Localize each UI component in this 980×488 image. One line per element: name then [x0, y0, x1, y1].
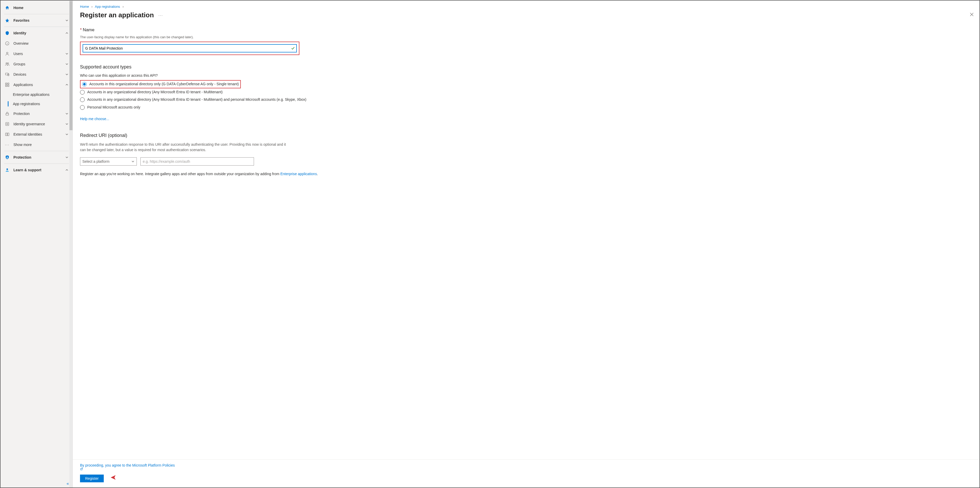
- svg-point-12: [7, 123, 8, 125]
- svg-rect-10: [6, 113, 9, 115]
- ellipsis-icon: ···: [5, 142, 10, 147]
- redirect-uri-input[interactable]: [140, 157, 254, 166]
- svg-rect-14: [8, 133, 9, 136]
- svg-rect-13: [5, 133, 7, 136]
- svg-rect-11: [6, 123, 9, 126]
- radio-single-tenant[interactable]: Accounts in this organizational director…: [80, 80, 241, 88]
- nav-users[interactable]: Users: [0, 49, 73, 59]
- page-header: Register an application ···: [73, 10, 980, 24]
- nav-devices[interactable]: Devices: [0, 69, 73, 80]
- star-icon: [5, 18, 10, 23]
- name-label-text: Name: [83, 27, 94, 32]
- supported-account-types-sub: Who can use this application or access t…: [80, 73, 972, 78]
- page-title: Register an application: [80, 11, 154, 19]
- help-me-choose-link[interactable]: Help me choose...: [80, 117, 109, 121]
- more-actions-button[interactable]: ···: [159, 13, 163, 17]
- nav-users-label: Users: [13, 52, 23, 56]
- redirect-uri-heading: Redirect URI (optional): [80, 133, 972, 138]
- name-input-highlight: [80, 41, 299, 55]
- nav-overview[interactable]: Overview: [0, 38, 73, 49]
- agree-line: By proceeding, you agree to the Microsof…: [80, 463, 972, 470]
- platform-select-placeholder: Select a platform: [82, 159, 110, 164]
- sidebar: Home Favorites Identity: [0, 0, 73, 488]
- breadcrumb-separator: ›: [123, 5, 124, 8]
- nav-favorites-label: Favorites: [13, 18, 29, 22]
- svg-rect-6: [5, 83, 7, 84]
- nav-protection-section-label: Protection: [13, 155, 31, 159]
- chevron-down-icon: [65, 62, 68, 65]
- home-icon: [5, 5, 10, 10]
- radio-personal-only-label: Personal Microsoft accounts only: [87, 105, 140, 110]
- divider: [4, 27, 69, 27]
- external-link-icon: [80, 467, 972, 470]
- enterprise-applications-link[interactable]: Enterprise applications: [280, 172, 317, 176]
- nav-groups[interactable]: Groups: [0, 59, 73, 69]
- nav-groups-label: Groups: [13, 62, 25, 66]
- radio-multitenant-label: Accounts in any organizational directory…: [87, 89, 223, 95]
- nav-app-registrations-label: App registrations: [13, 102, 40, 106]
- footer-bar: By proceeding, you agree to the Microsof…: [73, 459, 980, 488]
- nav-applications[interactable]: Applications: [0, 80, 73, 90]
- nav-learn-support[interactable]: Learn & support: [0, 165, 73, 175]
- radio-multitenant-personal-label: Accounts in any organizational directory…: [87, 97, 306, 102]
- nav-external-identities-label: External Identities: [13, 132, 42, 136]
- nav-identity-governance[interactable]: Identity governance: [0, 119, 73, 129]
- annotation-arrow-icon: ➤: [110, 473, 116, 482]
- nav-favorites[interactable]: Favorites: [0, 15, 73, 26]
- svg-rect-8: [5, 85, 7, 86]
- nav-app-registrations[interactable]: App registrations: [0, 99, 73, 108]
- close-button[interactable]: [970, 13, 974, 16]
- breadcrumb-app-registrations[interactable]: App registrations: [95, 5, 120, 8]
- nav-identity-governance-label: Identity governance: [13, 122, 45, 126]
- radio-icon: [80, 105, 85, 110]
- info-icon: [5, 41, 10, 46]
- account-type-radio-group: Accounts in this organizational director…: [80, 80, 972, 111]
- groups-icon: [5, 62, 10, 67]
- redirect-uri-description: We'll return the authentication response…: [80, 142, 292, 153]
- radio-single-tenant-label: Accounts in this organizational director…: [89, 81, 239, 87]
- info-line-text: Register an app you're working on here. …: [80, 172, 280, 176]
- platform-policies-text: By proceeding, you agree to the Microsof…: [80, 463, 175, 467]
- sidebar-collapse-button[interactable]: «: [67, 481, 69, 486]
- user-icon: [5, 51, 10, 56]
- chevron-down-icon: [65, 19, 68, 22]
- identity-icon: [5, 30, 10, 36]
- apps-icon: [5, 82, 10, 87]
- platform-select[interactable]: Select a platform: [80, 157, 137, 166]
- breadcrumb-separator: ›: [91, 5, 92, 8]
- register-button[interactable]: Register: [80, 475, 104, 482]
- nav-enterprise-applications[interactable]: Enterprise applications: [0, 90, 73, 99]
- svg-point-15: [7, 156, 8, 157]
- radio-multitenant[interactable]: Accounts in any organizational directory…: [80, 88, 312, 96]
- shield-user-icon: [5, 155, 10, 160]
- devices-icon: [5, 72, 10, 77]
- radio-personal-only[interactable]: Personal Microsoft accounts only: [80, 104, 312, 112]
- breadcrumb-home[interactable]: Home: [80, 5, 89, 8]
- supported-account-types-heading: Supported account types: [80, 64, 972, 70]
- divider: [4, 151, 69, 151]
- chevron-down-icon: [65, 112, 68, 115]
- nav-show-more[interactable]: ··· Show more: [0, 139, 73, 150]
- check-icon: [291, 46, 295, 50]
- radio-icon: [80, 97, 85, 102]
- svg-point-1: [6, 52, 8, 54]
- governance-icon: [5, 121, 10, 127]
- chevron-down-icon: [65, 133, 68, 136]
- app-name-input[interactable]: [83, 44, 297, 53]
- nav-external-identities[interactable]: External Identities: [0, 129, 73, 139]
- chevron-down-icon: [65, 52, 68, 55]
- nav-identity[interactable]: Identity: [0, 28, 73, 38]
- chevron-down-icon: [65, 73, 68, 76]
- platform-policies-link[interactable]: By proceeding, you agree to the Microsof…: [80, 463, 972, 470]
- nav-home[interactable]: Home: [0, 3, 73, 13]
- svg-point-2: [6, 63, 7, 64]
- nav-enterprise-applications-label: Enterprise applications: [13, 92, 49, 97]
- nav-protection-section[interactable]: Protection: [0, 152, 73, 163]
- chevron-down-icon: [131, 160, 134, 163]
- name-label: *Name: [80, 27, 972, 33]
- main-content: Home › App registrations › Register an a…: [73, 0, 980, 488]
- nav-protection[interactable]: Protection: [0, 108, 73, 119]
- radio-multitenant-personal[interactable]: Accounts in any organizational directory…: [80, 96, 312, 104]
- nav-show-more-label: Show more: [13, 143, 32, 147]
- radio-icon: [80, 90, 85, 94]
